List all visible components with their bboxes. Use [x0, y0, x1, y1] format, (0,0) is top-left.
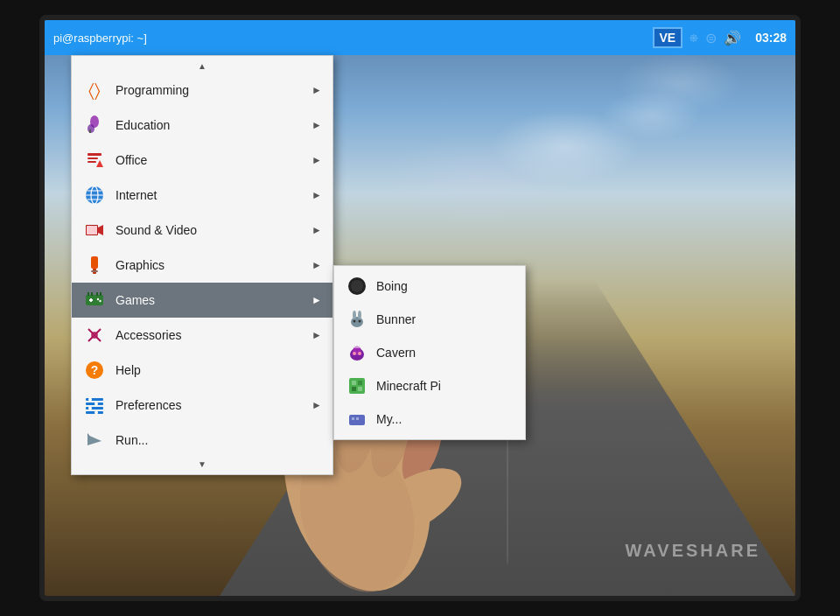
- menu-item-help[interactable]: ? Help: [72, 353, 332, 388]
- games-icon: [82, 288, 107, 312]
- svg-marker-6: [96, 160, 103, 167]
- svg-rect-15: [91, 256, 98, 269]
- accessories-label: Accessories: [116, 328, 303, 342]
- menu-item-programming[interactable]: 〈〉 Programming ►: [72, 73, 332, 108]
- games-label: Games: [116, 293, 303, 307]
- menu-item-preferences[interactable]: Preferences ►: [72, 388, 332, 423]
- svg-point-39: [94, 411, 98, 415]
- cavern-icon: [346, 342, 368, 363]
- help-label: Help: [116, 363, 322, 377]
- svg-point-44: [351, 317, 363, 327]
- svg-point-37: [94, 402, 98, 406]
- office-arrow: ►: [312, 154, 322, 166]
- menu-item-office[interactable]: Office ►: [72, 143, 332, 178]
- svg-rect-26: [100, 292, 102, 296]
- programming-icon: 〈〉: [82, 78, 107, 102]
- cavern-label: Cavern: [376, 346, 416, 360]
- taskbar-terminal: pi@raspberrypi: ~]: [53, 32, 147, 45]
- graphics-arrow: ►: [312, 259, 322, 271]
- education-label: Education: [116, 118, 303, 132]
- accessories-icon: [82, 323, 107, 347]
- svg-point-43: [351, 280, 363, 292]
- submenu-item-my[interactable]: My...: [334, 402, 525, 436]
- menu-item-education[interactable]: Education ►: [72, 108, 332, 143]
- menu-scroll-up[interactable]: ▲: [72, 60, 332, 73]
- my-label: My...: [376, 412, 402, 426]
- svg-rect-4: [88, 158, 98, 159]
- svg-point-48: [359, 320, 361, 323]
- graphics-icon: [82, 253, 107, 277]
- programming-label: Programming: [116, 83, 303, 97]
- svg-marker-51: [354, 346, 360, 348]
- run-label: Run...: [116, 433, 322, 447]
- svg-point-45: [353, 311, 356, 319]
- sound-video-arrow: ►: [312, 224, 322, 236]
- svg-point-36: [88, 398, 92, 402]
- svg-point-38: [88, 407, 92, 410]
- minecraft-icon: [346, 375, 368, 396]
- svg-point-46: [358, 311, 361, 319]
- svg-text:?: ?: [91, 363, 99, 377]
- terminal-label: pi@raspberrypi: ~]: [53, 32, 147, 45]
- svg-point-52: [353, 352, 356, 355]
- svg-rect-60: [352, 417, 354, 420]
- submenu-item-boing[interactable]: Boing: [334, 270, 525, 303]
- svg-rect-20: [90, 298, 92, 302]
- graphics-label: Graphics: [116, 258, 303, 272]
- bluetooth-icon: ⎈: [690, 30, 698, 46]
- office-label: Office: [116, 153, 303, 167]
- menu-item-games[interactable]: Games ►: [72, 283, 332, 318]
- bunner-label: Bunner: [376, 312, 416, 326]
- preferences-icon: [82, 393, 107, 417]
- menu-container: ▲ 〈〉 Programming ► Education ► Offi: [71, 55, 333, 475]
- programming-arrow: ►: [312, 84, 322, 96]
- wifi-icon: ⊜: [705, 30, 717, 46]
- menu-item-sound-video[interactable]: Sound & Video ►: [72, 213, 332, 248]
- waveshare-watermark: WAVESHARE: [626, 541, 760, 561]
- svg-rect-58: [358, 387, 362, 391]
- education-icon: [82, 113, 107, 137]
- sound-video-icon: [82, 218, 107, 242]
- office-icon: [82, 148, 107, 172]
- menu-item-accessories[interactable]: Accessories ►: [72, 318, 332, 353]
- svg-rect-57: [352, 387, 356, 391]
- menu-item-internet[interactable]: Internet ►: [72, 178, 332, 213]
- my-icon: [346, 409, 368, 430]
- internet-arrow: ►: [312, 189, 322, 201]
- accessories-arrow: ►: [312, 329, 322, 341]
- internet-icon: [82, 183, 107, 207]
- svg-rect-55: [352, 381, 356, 385]
- sound-video-label: Sound & Video: [116, 223, 303, 237]
- svg-rect-24: [91, 292, 93, 296]
- svg-rect-5: [88, 161, 96, 163]
- svg-point-47: [354, 320, 356, 323]
- education-arrow: ►: [312, 119, 322, 131]
- submenu-item-minecraft[interactable]: Minecraft Pi: [334, 369, 525, 402]
- taskbar-icons: VE ⎈ ⊜ 🔊 03:28: [653, 27, 788, 48]
- svg-marker-14: [98, 225, 103, 235]
- internet-label: Internet: [116, 188, 303, 202]
- menu-scroll-down[interactable]: ▼: [72, 458, 332, 471]
- main-menu: ▲ 〈〉 Programming ► Education ► Offi: [71, 55, 333, 475]
- svg-point-53: [358, 352, 361, 355]
- volume-icon: 🔊: [724, 30, 741, 46]
- svg-rect-17: [91, 270, 98, 272]
- submenu-item-bunner[interactable]: Bunner: [334, 303, 525, 336]
- preferences-label: Preferences: [116, 398, 303, 412]
- svg-rect-23: [88, 292, 89, 296]
- submenu-item-cavern[interactable]: Cavern: [334, 336, 525, 369]
- svg-rect-56: [358, 381, 362, 385]
- svg-rect-13: [87, 226, 97, 234]
- run-icon: [82, 428, 107, 452]
- menu-item-graphics[interactable]: Graphics ►: [72, 248, 332, 283]
- svg-rect-25: [96, 292, 98, 296]
- boing-label: Boing: [376, 279, 408, 293]
- menu-item-run[interactable]: Run...: [72, 423, 332, 458]
- bunner-icon: [346, 309, 368, 330]
- svg-marker-41: [88, 435, 102, 445]
- ve-badge: VE: [653, 27, 683, 48]
- taskbar: pi@raspberrypi: ~] VE ⎈ ⊜ 🔊 03:28: [45, 20, 795, 55]
- minecraft-label: Minecraft Pi: [376, 379, 441, 393]
- svg-point-22: [99, 300, 101, 302]
- svg-rect-3: [88, 153, 102, 156]
